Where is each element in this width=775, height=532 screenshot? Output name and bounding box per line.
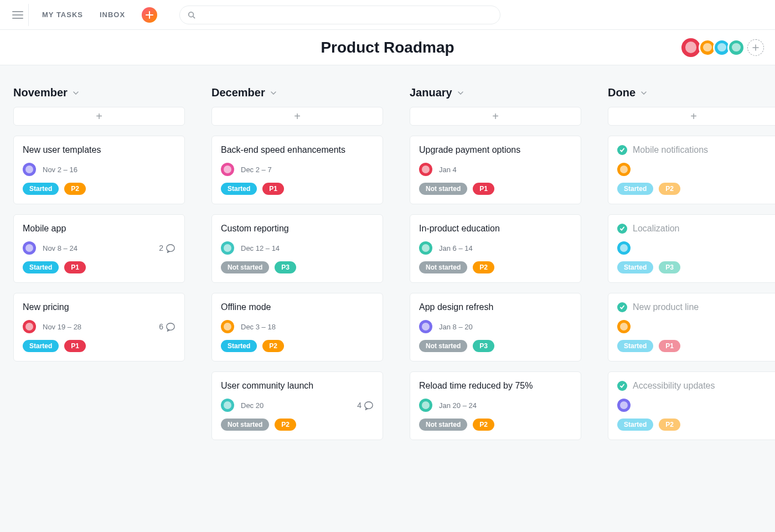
hamburger-icon [12,11,23,19]
status-tag[interactable]: Started [23,183,59,195]
card[interactable]: Reload time reduced by 75%Jan 20 – 24Not… [410,371,581,440]
card-title: Accessibility updates [617,381,770,391]
status-tag[interactable]: Started [23,340,59,352]
nav-mytasks[interactable]: MY TASKS [42,11,83,19]
comment-count[interactable]: 6 [159,322,175,332]
priority-tag[interactable]: P3 [275,261,296,273]
assignee-avatar[interactable] [419,399,432,412]
status-tag[interactable]: Started [617,183,653,195]
member-avatar[interactable] [727,39,745,56]
status-tag[interactable]: Not started [419,340,467,352]
card-tags: StartedP3 [617,261,770,273]
assignee-avatar[interactable] [221,241,234,255]
assignee-avatar[interactable] [23,241,36,255]
card[interactable]: New user templatesNov 2 – 16StartedP2 [13,136,185,204]
status-tag[interactable]: Started [617,340,653,352]
card[interactable]: Back-end speed enhancementsDec 2 – 7Star… [211,136,383,204]
topbar: MY TASKS INBOX [0,0,775,30]
status-tag[interactable]: Not started [419,261,467,273]
priority-tag[interactable]: P3 [473,340,494,352]
chevron-down-icon [458,91,463,95]
comment-icon [364,400,374,410]
card[interactable]: App design refreshJan 8 – 20Not startedP… [410,293,581,361]
status-tag[interactable]: Started [221,183,257,195]
assignee-avatar[interactable] [23,163,36,176]
assignee-avatar[interactable] [617,163,631,176]
card-tags: Not startedP2 [419,261,572,273]
card[interactable]: In-product educationJan 6 – 14Not starte… [410,214,581,283]
card[interactable]: New pricingNov 19 – 286StartedP1 [13,293,185,361]
priority-tag[interactable]: P1 [659,340,680,352]
status-tag[interactable]: Started [221,340,257,352]
card[interactable]: Upgrade payment optionsJan 4Not startedP… [410,136,581,204]
nav-inbox[interactable]: INBOX [100,11,125,19]
priority-tag[interactable]: P2 [659,419,680,431]
chevron-down-icon [271,91,276,95]
add-card-button[interactable]: + [13,107,185,126]
quick-add-button[interactable] [142,7,157,23]
status-tag[interactable]: Not started [419,419,467,431]
priority-tag[interactable]: P1 [262,183,284,195]
comment-count[interactable]: 4 [357,400,374,410]
card[interactable]: Mobile notificationsStartedP2 [608,136,775,204]
search-container[interactable] [179,6,500,24]
add-card-button[interactable]: + [410,107,581,126]
card-tags: StartedP2 [617,419,770,431]
card[interactable]: Custom reportingDec 12 – 14Not startedP3 [211,214,383,283]
column-header[interactable]: December [211,86,383,99]
card-tags: Not startedP3 [221,261,374,273]
assignee-avatar[interactable] [221,320,234,333]
column-header[interactable]: November [13,86,185,99]
assignee-avatar[interactable] [617,320,631,333]
priority-tag[interactable]: P1 [64,261,86,273]
check-icon [617,302,627,312]
card[interactable]: User community launchDec 204Not startedP… [211,371,383,440]
search-input[interactable] [200,10,492,20]
card[interactable]: Accessibility updatesStartedP2 [608,371,775,440]
assignee-avatar[interactable] [23,320,36,333]
status-tag[interactable]: Started [617,261,653,273]
card[interactable]: Mobile appNov 8 – 242StartedP1 [13,214,185,283]
assignee-avatar[interactable] [221,163,234,176]
add-card-button[interactable]: + [608,107,775,126]
card-date: Dec 2 – 7 [241,166,272,174]
status-tag[interactable]: Not started [221,261,269,273]
status-tag[interactable]: Started [617,419,653,431]
add-member-button[interactable] [747,39,764,56]
card[interactable]: New product lineStartedP1 [608,293,775,361]
status-tag[interactable]: Not started [419,183,467,195]
priority-tag[interactable]: P1 [64,340,86,352]
status-tag[interactable]: Started [23,261,59,273]
card-tags: Not startedP1 [419,183,572,195]
assignee-avatar[interactable] [419,241,432,255]
card-title: User community launch [221,381,374,391]
card-title: Upgrade payment options [419,145,572,155]
column-header[interactable]: Done [608,86,775,99]
hamburger-menu-button[interactable] [7,4,29,26]
assignee-avatar[interactable] [617,241,631,255]
card[interactable]: LocalizationStartedP3 [608,214,775,283]
comment-count[interactable]: 2 [159,243,175,253]
priority-tag[interactable]: P2 [262,340,284,352]
card-date: Jan 4 [439,166,457,174]
priority-tag[interactable]: P2 [473,261,494,273]
add-card-button[interactable]: + [211,107,383,126]
assignee-avatar[interactable] [221,399,234,412]
priority-tag[interactable]: P2 [659,183,680,195]
priority-tag[interactable]: P2 [473,419,494,431]
board: November+New user templatesNov 2 – 16Sta… [0,65,775,471]
chevron-down-icon [641,91,647,95]
column-header[interactable]: January [410,86,581,99]
priority-tag[interactable]: P2 [275,419,296,431]
assignee-avatar[interactable] [617,399,631,412]
assignee-avatar[interactable] [419,163,432,176]
card[interactable]: Offline modeDec 3 – 18StartedP2 [211,293,383,361]
assignee-avatar[interactable] [419,320,432,333]
priority-tag[interactable]: P1 [473,183,494,195]
priority-tag[interactable]: P2 [64,183,86,195]
card-title: Mobile app [23,224,175,234]
priority-tag[interactable]: P3 [659,261,680,273]
status-tag[interactable]: Not started [221,419,269,431]
card-date: Dec 12 – 14 [241,244,280,252]
page-title: Product Roadmap [321,39,454,56]
